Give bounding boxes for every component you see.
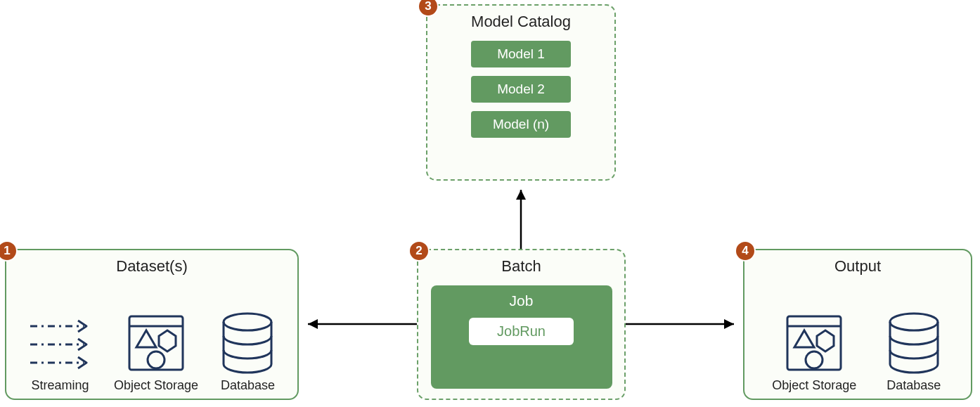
svg-marker-5 — [516, 190, 526, 200]
badge-3: 3 — [418, 0, 439, 17]
badge-2: 2 — [408, 240, 430, 261]
streaming-label: Streaming — [31, 378, 89, 393]
datasets-title: Dataset(s) — [116, 257, 187, 276]
out-obj-storage-col: Object Storage — [772, 311, 856, 393]
catalog-title: Model Catalog — [471, 13, 571, 31]
out-database-label: Database — [886, 378, 941, 393]
datasets-box: 1 Dataset(s) Streaming Object Storage — [5, 249, 299, 400]
database-label: Database — [221, 378, 275, 393]
badge-1: 1 — [0, 240, 18, 261]
svg-point-14 — [224, 314, 271, 330]
model-item: Model 1 — [471, 41, 571, 67]
output-box: 4 Output Object Storage Database — [743, 249, 972, 400]
job-block: Job JobRun — [431, 285, 612, 389]
svg-marker-18 — [817, 330, 834, 351]
output-title: Output — [834, 257, 881, 276]
model-item: Model (n) — [471, 111, 571, 138]
svg-marker-17 — [794, 330, 814, 347]
out-obj-storage-label: Object Storage — [772, 378, 856, 393]
svg-point-19 — [806, 351, 823, 368]
svg-marker-11 — [136, 330, 156, 347]
job-label: Job — [510, 292, 534, 309]
catalog-box: 3 Model Catalog Model 1 Model 2 Model (n… — [426, 4, 616, 181]
database-icon — [218, 311, 277, 375]
streaming-icon — [26, 314, 94, 375]
jobrun-block: JobRun — [469, 318, 574, 345]
streaming-col: Streaming — [26, 314, 94, 393]
svg-marker-1 — [308, 319, 318, 329]
svg-point-20 — [890, 314, 938, 330]
svg-marker-12 — [159, 330, 176, 351]
svg-marker-3 — [724, 319, 734, 329]
model-item: Model 2 — [471, 76, 571, 103]
batch-box: 2 Batch Job JobRun — [417, 249, 626, 400]
badge-4: 4 — [735, 240, 756, 261]
batch-title: Batch — [501, 257, 541, 276]
database-col: Database — [218, 311, 277, 393]
svg-point-13 — [148, 351, 165, 368]
obj-storage-col: Object Storage — [114, 311, 198, 393]
obj-storage-label: Object Storage — [114, 378, 198, 393]
out-database-col: Database — [884, 311, 943, 393]
object-storage-icon — [782, 311, 846, 375]
object-storage-icon — [124, 311, 188, 375]
database-icon — [884, 311, 943, 375]
model-list: Model 1 Model 2 Model (n) — [427, 41, 614, 138]
